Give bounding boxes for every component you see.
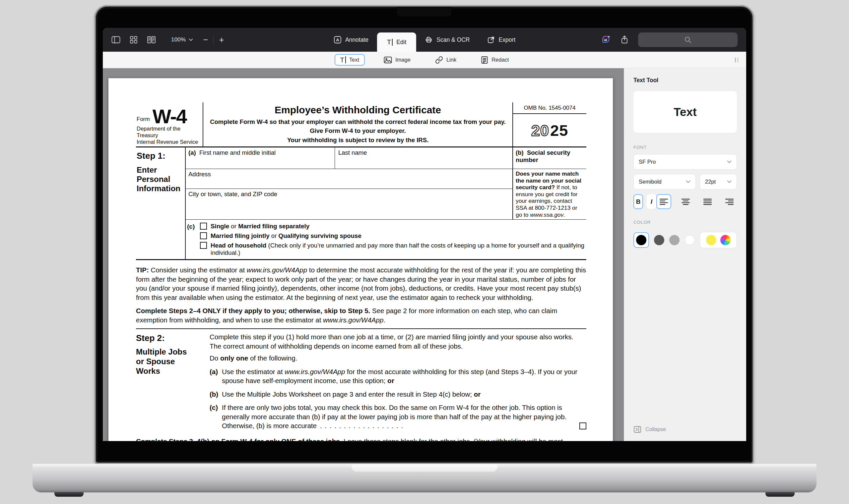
section-divider: [136, 328, 586, 329]
align-center-button[interactable]: [678, 194, 693, 209]
align-right-button[interactable]: [722, 194, 737, 209]
rubber-foot: [54, 492, 84, 497]
color-swatch-black[interactable]: [634, 232, 649, 248]
collapse-panel-button[interactable]: Collapse: [634, 426, 737, 433]
tab-label: Annotate: [345, 36, 368, 43]
text-edit-icon: T: [387, 39, 393, 46]
font-size-select[interactable]: 22pt: [700, 174, 737, 190]
toolbar: 100% − + A Annotate T Edit: [103, 28, 746, 52]
link-icon: [435, 56, 443, 64]
annotate-icon: A: [334, 36, 342, 44]
svg-text:ai: ai: [604, 38, 607, 42]
color-swatch-white[interactable]: [685, 235, 695, 245]
search-icon: [684, 36, 692, 44]
thumbnails-view-button[interactable]: [130, 36, 138, 44]
collapse-label: Collapse: [645, 427, 666, 432]
city-state-zip-field[interactable]: City or town, state, and ZIP code: [186, 189, 513, 209]
font-family-value: SF Pro: [639, 159, 656, 165]
tool-label: Image: [395, 57, 411, 63]
rubber-foot: [765, 492, 795, 497]
tab-label: Edit: [396, 39, 406, 46]
tab-export[interactable]: Export: [479, 28, 524, 52]
form-header: Form W-4 Department of the Treasury Inte…: [136, 102, 586, 147]
step1c-label: (c): [187, 223, 200, 256]
tool-image[interactable]: Image: [378, 54, 416, 66]
step1-subtitle: Enter Personal Information: [137, 165, 183, 193]
checkbox-two-jobs[interactable]: [579, 422, 586, 429]
align-left-icon: [659, 198, 668, 205]
tab-scan-ocr[interactable]: Scan & OCR: [416, 28, 478, 52]
tab-edit[interactable]: T Edit: [377, 33, 416, 52]
text-style-preview[interactable]: Text: [634, 91, 737, 133]
align-center-icon: [681, 198, 690, 205]
pdf-editor-window: 100% − + A Annotate T Edit: [103, 28, 746, 441]
step2-do-line: Do only one of the following.: [210, 354, 586, 363]
align-justify-icon: [703, 198, 712, 205]
italic-button[interactable]: I: [647, 194, 656, 209]
pdf-page[interactable]: Form W-4 Department of the Treasury Inte…: [108, 78, 613, 441]
color-wheel-picker[interactable]: [720, 235, 731, 245]
step2-intro: Complete this step if you (1) hold more …: [210, 332, 586, 350]
divider: [213, 36, 213, 44]
step2-option-a: (a) Use the estimator at www.irs.gov/W4A…: [210, 367, 586, 385]
two-page-view-button[interactable]: [147, 36, 156, 44]
panel-resize-handle[interactable]: [735, 57, 738, 62]
dept-line2: Internal Revenue Service: [137, 139, 200, 145]
ssn-field[interactable]: (b) Social security number: [513, 147, 586, 169]
tool-label: Text: [349, 57, 359, 63]
color-swatch-yellow[interactable]: [706, 235, 716, 245]
chevron-down-icon: [727, 160, 732, 163]
text-tool-icon: T: [340, 56, 346, 63]
zoom-out-button[interactable]: −: [203, 35, 208, 44]
form-year: 2025: [513, 114, 586, 146]
sidebar-toggle-button[interactable]: [111, 36, 120, 44]
tab-label: Scan & OCR: [436, 36, 470, 43]
share-button[interactable]: [620, 35, 629, 44]
ssn-note: Does your name match the name on your so…: [513, 169, 586, 219]
font-weight-value: Semibold: [639, 179, 662, 185]
tool-text[interactable]: T Text: [335, 54, 365, 66]
omb-number: OMB No. 1545-0074: [513, 102, 586, 114]
redact-icon: [481, 56, 488, 64]
color-swatch-dark-gray[interactable]: [654, 235, 664, 245]
step1-section: Step 1: Enter Personal Information (a): [136, 147, 586, 260]
tab-annotate[interactable]: A Annotate: [325, 28, 377, 52]
chevron-down-icon: [727, 180, 732, 183]
bold-button[interactable]: B: [634, 194, 643, 209]
address-field[interactable]: Address: [186, 169, 513, 189]
align-justify-button[interactable]: [700, 194, 715, 209]
black-dot: [636, 235, 646, 245]
align-left-button[interactable]: [656, 194, 671, 209]
font-family-select[interactable]: SF Pro: [634, 154, 737, 170]
step2-option-c: (c) If there are only two jobs total, yo…: [210, 403, 586, 430]
step2-section: Step 2: Multiple Jobs or Spouse Works Co…: [136, 332, 586, 430]
checkbox-single[interactable]: [200, 223, 207, 230]
checkbox-head-of-household[interactable]: [200, 242, 207, 249]
form-title: Employee’s Withholding Certificate: [207, 104, 508, 116]
tab-label: Export: [499, 36, 516, 43]
camera-notch: [397, 7, 451, 17]
step2-subtitle: Multiple Jobs or Spouse Works: [136, 347, 196, 376]
font-weight-select[interactable]: Semibold: [634, 174, 696, 190]
zoom-level[interactable]: 100%: [171, 36, 186, 43]
search-input[interactable]: [638, 33, 738, 47]
steps-3-4-note: Complete Steps 3–4(b) on Form W-4 for on…: [136, 437, 586, 441]
form-word: Form: [137, 116, 150, 125]
tool-link[interactable]: Link: [430, 54, 462, 66]
first-name-field[interactable]: (a) First name and middle initial: [186, 147, 335, 169]
zoom-in-button[interactable]: +: [219, 35, 224, 44]
filing-status-option: Head of household (Check only if you’re …: [200, 242, 586, 256]
mode-tabs: A Annotate T Edit Scan & OCR: [325, 28, 524, 52]
filing-status-option: Single or Married filing separately: [200, 223, 586, 230]
filing-status-option: Married filing jointly or Qualifying sur…: [200, 232, 586, 239]
custom-color-group: [700, 232, 737, 248]
ai-assistant-button[interactable]: ai: [601, 35, 611, 45]
color-swatch-light-gray[interactable]: [669, 235, 679, 245]
panel-title: Text Tool: [634, 77, 737, 84]
chevron-down-icon[interactable]: [189, 38, 193, 41]
checkbox-married-jointly[interactable]: [200, 232, 207, 239]
tool-redact[interactable]: Redact: [475, 54, 514, 66]
document-canvas[interactable]: Form W-4 Department of the Treasury Inte…: [103, 68, 624, 441]
image-icon: [384, 56, 392, 64]
last-name-field[interactable]: Last name: [335, 147, 513, 169]
